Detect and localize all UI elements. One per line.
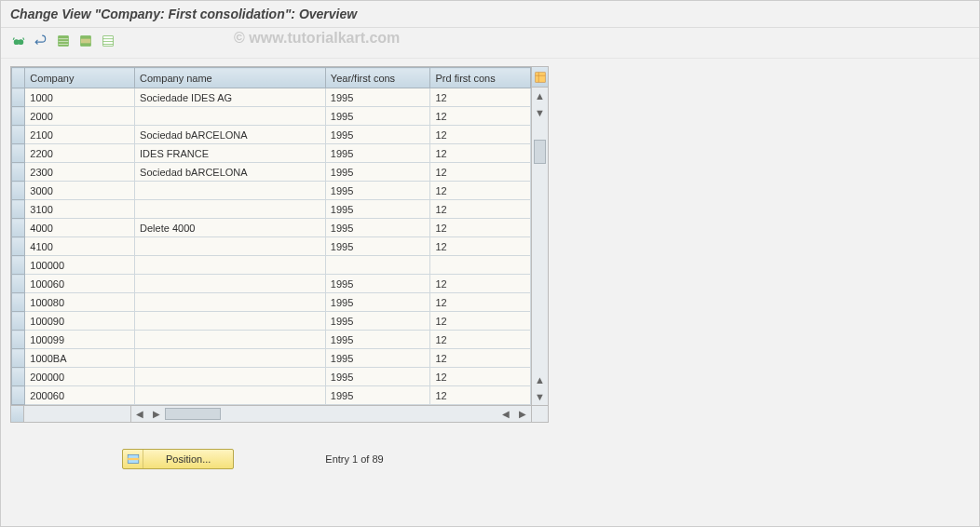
row-selector[interactable] [12,200,25,219]
cell-company-name[interactable] [135,293,326,312]
cell-company[interactable]: 3000 [25,182,135,200]
deselect-all-button[interactable] [98,32,118,50]
vscroll-thumb[interactable] [534,140,546,164]
cell-company[interactable]: 1000BA [25,349,135,368]
hscroll-left-end-button[interactable]: ◀ [497,409,514,419]
cell-company-name[interactable]: IDES FRANCE [135,144,326,163]
cell-year[interactable]: 1995 [325,368,430,386]
col-header-year[interactable]: Year/first cons [325,68,430,88]
scroll-up-end-button[interactable]: ▲ [532,372,548,388]
row-selector[interactable] [12,349,25,368]
cell-company-name[interactable] [135,275,326,293]
row-selector[interactable] [12,219,25,237]
vscroll-track[interactable] [532,121,548,372]
undo-button[interactable] [31,32,51,50]
cell-company[interactable]: 2200 [25,144,135,163]
cell-company-name[interactable] [135,256,326,275]
cell-company[interactable]: 100060 [25,275,135,293]
row-selector[interactable] [12,126,25,144]
cell-prd[interactable] [430,256,531,275]
row-selector[interactable] [12,107,25,126]
cell-prd[interactable]: 12 [430,144,531,163]
scroll-down-end-button[interactable]: ▼ [532,388,548,405]
cell-company[interactable]: 100080 [25,293,135,312]
cell-prd[interactable]: 12 [430,293,531,312]
cell-company-name[interactable]: Sociedade IDES AG [135,88,326,107]
cell-year[interactable] [325,256,430,275]
cell-company[interactable]: 3100 [25,200,135,219]
cell-prd[interactable]: 12 [430,349,531,368]
table-settings-button[interactable] [532,67,548,88]
cell-company[interactable]: 2100 [25,126,135,144]
cell-year[interactable]: 1995 [325,144,430,163]
cell-year[interactable]: 1995 [325,200,430,219]
row-selector[interactable] [12,293,25,312]
cell-prd[interactable]: 12 [430,107,531,126]
cell-prd[interactable]: 12 [430,182,531,200]
cell-year[interactable]: 1995 [325,163,430,182]
cell-prd[interactable]: 12 [430,88,531,107]
cell-company[interactable]: 2300 [25,163,135,182]
row-selector-header[interactable] [12,68,25,88]
hscroll-left-button[interactable]: ◀ [131,409,148,419]
cell-company[interactable]: 100099 [25,331,135,349]
row-selector[interactable] [12,144,25,163]
hscroll-right-button[interactable]: ▶ [148,409,165,419]
cell-prd[interactable]: 12 [430,275,531,293]
row-selector[interactable] [12,88,25,107]
cell-prd[interactable]: 12 [430,368,531,386]
row-selector[interactable] [12,237,25,256]
cell-company-name[interactable] [135,182,326,200]
cell-year[interactable]: 1995 [325,88,430,107]
cell-company-name[interactable]: Sociedad bARCELONA [135,163,326,182]
row-selector[interactable] [12,256,25,275]
cell-company-name[interactable] [135,312,326,331]
cell-company[interactable]: 2000 [25,107,135,126]
cell-company[interactable]: 200000 [25,368,135,386]
row-selector[interactable] [12,182,25,200]
cell-prd[interactable]: 12 [430,386,531,405]
horizontal-scrollbar[interactable]: ◀ ▶ ◀ ▶ [11,405,548,422]
hscroll-right-end-button[interactable]: ▶ [514,409,531,419]
cell-year[interactable]: 1995 [325,293,430,312]
cell-company-name[interactable] [135,349,326,368]
cell-company-name[interactable]: Sociedad bARCELONA [135,126,326,144]
cell-company[interactable]: 100000 [25,256,135,275]
position-button[interactable]: Position... [122,449,234,469]
cell-company[interactable]: 100090 [25,312,135,331]
hscroll-thumb[interactable] [165,408,221,420]
cell-year[interactable]: 1995 [325,107,430,126]
cell-company[interactable]: 200060 [25,386,135,405]
cell-company-name[interactable] [135,386,326,405]
row-selector[interactable] [12,312,25,331]
cell-company-name[interactable] [135,237,326,256]
cell-prd[interactable]: 12 [430,331,531,349]
cell-company-name[interactable] [135,200,326,219]
row-selector[interactable] [12,331,25,349]
hscroll-track[interactable] [165,406,497,422]
cell-year[interactable]: 1995 [325,275,430,293]
select-block-button[interactable] [75,32,96,50]
row-selector[interactable] [12,275,25,293]
cell-year[interactable]: 1995 [325,386,430,405]
scroll-up-button[interactable]: ▲ [532,88,548,104]
col-header-prd[interactable]: Prd first cons [430,68,531,88]
cell-company-name[interactable] [135,368,326,386]
cell-prd[interactable]: 12 [430,126,531,144]
cell-year[interactable]: 1995 [325,182,430,200]
cell-prd[interactable]: 12 [430,200,531,219]
cell-prd[interactable]: 12 [430,312,531,331]
cell-year[interactable]: 1995 [325,312,430,331]
other-view-button[interactable] [8,32,29,50]
col-header-company-name[interactable]: Company name [135,68,326,88]
cell-prd[interactable]: 12 [430,219,531,237]
row-selector[interactable] [12,368,25,386]
cell-year[interactable]: 1995 [325,219,430,237]
cell-company-name[interactable] [135,107,326,126]
cell-company[interactable]: 4000 [25,219,135,237]
col-header-company[interactable]: Company [25,68,135,88]
scroll-down-button[interactable]: ▼ [532,104,548,121]
cell-company-name[interactable]: Delete 4000 [135,219,326,237]
row-selector[interactable] [12,163,25,182]
row-selector[interactable] [12,386,25,405]
